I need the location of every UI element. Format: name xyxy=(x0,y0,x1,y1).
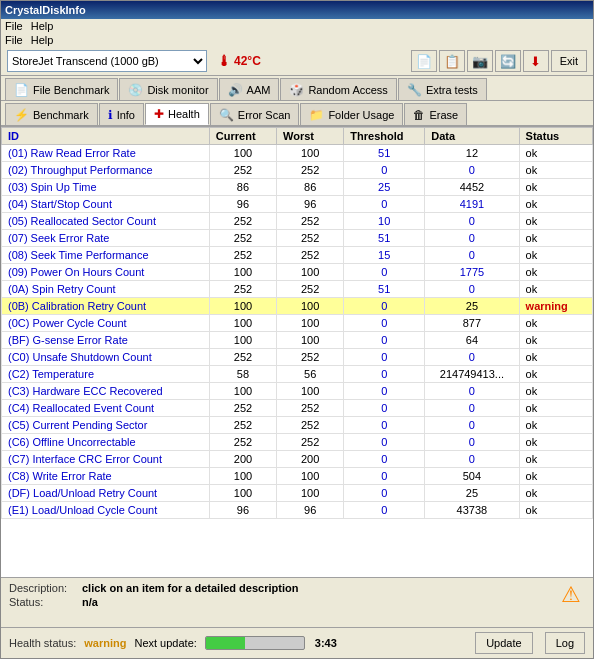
icon-btn-5[interactable]: ⬇ xyxy=(523,50,549,72)
row-id-link-15[interactable]: (C4) Reallocated Event Count xyxy=(8,402,154,414)
table-row[interactable]: (0B) Calibration Retry Count100100025war… xyxy=(2,298,593,315)
icon-btn-1[interactable]: 📄 xyxy=(411,50,437,72)
row-id-link-11[interactable]: (BF) G-sense Error Rate xyxy=(8,334,128,346)
menu-file-1[interactable]: File xyxy=(5,20,23,32)
row-id-link-20[interactable]: (DF) Load/Unload Retry Count xyxy=(8,487,157,499)
row-status-15: ok xyxy=(519,400,592,417)
status-value: n/a xyxy=(82,596,98,608)
tab-disk-monitor[interactable]: 💿 Disk monitor xyxy=(119,78,217,100)
row-threshold-6: 15 xyxy=(344,247,425,264)
table-row[interactable]: (04) Start/Stop Count969604191ok xyxy=(2,196,593,213)
erase-icon: 🗑 xyxy=(413,108,425,122)
table-row[interactable]: (07) Seek Error Rate252252510ok xyxy=(2,230,593,247)
row-id-link-9[interactable]: (0B) Calibration Retry Count xyxy=(8,300,146,312)
row-worst-16: 252 xyxy=(277,417,344,434)
drive-select[interactable]: StoreJet Transcend (1000 gB) xyxy=(7,50,207,72)
table-row[interactable]: (C8) Write Error Rate1001000504ok xyxy=(2,468,593,485)
table-row[interactable]: (08) Seek Time Performance252252150ok xyxy=(2,247,593,264)
table-row[interactable]: (01) Raw Read Error Rate1001005112ok xyxy=(2,145,593,162)
menu-help-1[interactable]: Help xyxy=(31,20,54,32)
tab-row-1: 📄 File Benchmark 💿 Disk monitor 🔊 AAM 🎲 … xyxy=(1,76,593,101)
row-status-7: ok xyxy=(519,264,592,281)
tab-random-access[interactable]: 🎲 Random Access xyxy=(280,78,396,100)
table-row[interactable]: (0A) Spin Retry Count252252510ok xyxy=(2,281,593,298)
toolbar: StoreJet Transcend (1000 gB) 🌡 42°C 📄 📋 … xyxy=(1,47,593,76)
row-id-link-0[interactable]: (01) Raw Read Error Rate xyxy=(8,147,136,159)
table-row[interactable]: (C3) Hardware ECC Recovered10010000ok xyxy=(2,383,593,400)
table-row[interactable]: (09) Power On Hours Count10010001775ok xyxy=(2,264,593,281)
row-id-link-6[interactable]: (08) Seek Time Performance xyxy=(8,249,149,261)
row-id-link-13[interactable]: (C2) Temperature xyxy=(8,368,94,380)
row-id-2: (03) Spin Up Time xyxy=(2,179,210,196)
aam-icon: 🔊 xyxy=(228,83,243,97)
menu-help-2[interactable]: Help xyxy=(31,34,54,46)
tab-file-benchmark[interactable]: 📄 File Benchmark xyxy=(5,78,118,100)
log-button[interactable]: Log xyxy=(545,632,585,654)
row-status-6: ok xyxy=(519,247,592,264)
tab-info[interactable]: ℹ Info xyxy=(99,103,144,125)
row-data-17: 0 xyxy=(425,434,519,451)
row-id-link-2[interactable]: (03) Spin Up Time xyxy=(8,181,97,193)
table-row[interactable]: (0C) Power Cycle Count1001000877ok xyxy=(2,315,593,332)
row-id-link-18[interactable]: (C7) Interface CRC Error Count xyxy=(8,453,162,465)
tab-health[interactable]: ✚ Health xyxy=(145,103,209,125)
tab-aam-label: AAM xyxy=(247,84,271,96)
icon-btn-4[interactable]: 🔄 xyxy=(495,50,521,72)
tab-erase[interactable]: 🗑 Erase xyxy=(404,103,467,125)
table-row[interactable]: (DF) Load/Unload Retry Count100100025ok xyxy=(2,485,593,502)
table-row[interactable]: (05) Reallocated Sector Count252252100ok xyxy=(2,213,593,230)
title-bar: CrystalDiskInfo xyxy=(1,1,593,19)
row-id-link-1[interactable]: (02) Throughput Performance xyxy=(8,164,153,176)
tab-folder-usage[interactable]: 📁 Folder Usage xyxy=(300,103,403,125)
tab-folder-usage-label: Folder Usage xyxy=(328,109,394,121)
tab-aam[interactable]: 🔊 AAM xyxy=(219,78,280,100)
table-row[interactable]: (03) Spin Up Time8686254452ok xyxy=(2,179,593,196)
row-threshold-2: 25 xyxy=(344,179,425,196)
table-row[interactable]: (BF) G-sense Error Rate100100064ok xyxy=(2,332,593,349)
table-row[interactable]: (E1) Load/Unload Cycle Count9696043738ok xyxy=(2,502,593,519)
row-id-link-21[interactable]: (E1) Load/Unload Cycle Count xyxy=(8,504,157,516)
table-row[interactable]: (C7) Interface CRC Error Count20020000ok xyxy=(2,451,593,468)
main-window: CrystalDiskInfo File Help File Help Stor… xyxy=(0,0,594,659)
row-id-link-7[interactable]: (09) Power On Hours Count xyxy=(8,266,144,278)
table-row[interactable]: (C6) Offline Uncorrectable25225200ok xyxy=(2,434,593,451)
row-data-0: 12 xyxy=(425,145,519,162)
tab-extra-tests[interactable]: 🔧 Extra tests xyxy=(398,78,487,100)
row-id-link-5[interactable]: (07) Seek Error Rate xyxy=(8,232,109,244)
row-id-link-19[interactable]: (C8) Write Error Rate xyxy=(8,470,112,482)
menu-file-2[interactable]: File xyxy=(5,34,23,46)
row-id-link-16[interactable]: (C5) Current Pending Sector xyxy=(8,419,147,431)
row-id-link-14[interactable]: (C3) Hardware ECC Recovered xyxy=(8,385,163,397)
update-button[interactable]: Update xyxy=(475,632,532,654)
tab-error-scan-label: Error Scan xyxy=(238,109,291,121)
row-id-link-12[interactable]: (C0) Unsafe Shutdown Count xyxy=(8,351,152,363)
row-id-link-8[interactable]: (0A) Spin Retry Count xyxy=(8,283,116,295)
table-row[interactable]: (02) Throughput Performance25225200ok xyxy=(2,162,593,179)
row-worst-4: 252 xyxy=(277,213,344,230)
row-id-link-10[interactable]: (0C) Power Cycle Count xyxy=(8,317,127,329)
table-row[interactable]: (C5) Current Pending Sector25225200ok xyxy=(2,417,593,434)
row-status-19: ok xyxy=(519,468,592,485)
row-id-link-4[interactable]: (05) Reallocated Sector Count xyxy=(8,215,156,227)
col-header-data: Data xyxy=(425,128,519,145)
tab-file-benchmark-label: File Benchmark xyxy=(33,84,109,96)
tab-error-scan[interactable]: 🔍 Error Scan xyxy=(210,103,300,125)
table-row[interactable]: (C0) Unsafe Shutdown Count25225200ok xyxy=(2,349,593,366)
error-scan-icon: 🔍 xyxy=(219,108,234,122)
row-current-12: 252 xyxy=(209,349,276,366)
tab-benchmark[interactable]: ⚡ Benchmark xyxy=(5,103,98,125)
row-threshold-14: 0 xyxy=(344,383,425,400)
table-row[interactable]: (C2) Temperature58560214749413...ok xyxy=(2,366,593,383)
row-id-link-17[interactable]: (C6) Offline Uncorrectable xyxy=(8,436,136,448)
row-threshold-1: 0 xyxy=(344,162,425,179)
icon-btn-3[interactable]: 📷 xyxy=(467,50,493,72)
row-current-16: 252 xyxy=(209,417,276,434)
icon-btn-2[interactable]: 📋 xyxy=(439,50,465,72)
row-status-21: ok xyxy=(519,502,592,519)
table-row[interactable]: (C4) Reallocated Event Count25225200ok xyxy=(2,400,593,417)
row-current-17: 252 xyxy=(209,434,276,451)
row-id-link-3[interactable]: (04) Start/Stop Count xyxy=(8,198,112,210)
row-id-5: (07) Seek Error Rate xyxy=(2,230,210,247)
table-scroll[interactable]: ID Current Worst Threshold Data Status (… xyxy=(1,127,593,577)
exit-button[interactable]: Exit xyxy=(551,50,587,72)
